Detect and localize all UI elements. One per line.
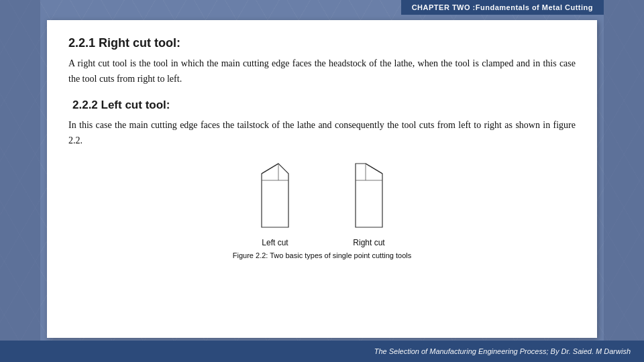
figure-area: Left cut Right cut: [68, 160, 576, 247]
section2-body: In this case the main cutting edge faces…: [68, 117, 576, 148]
section1-title: 2.2.1 Right cut tool:: [68, 36, 576, 50]
svg-marker-4: [356, 164, 382, 227]
left-cut-label: Left cut: [262, 238, 288, 247]
right-cut-tool-figure: Right cut: [342, 160, 396, 247]
footer-text: The Selection of Manufacturing Engineeri…: [374, 347, 631, 355]
left-cut-tool-figure: Left cut: [248, 160, 302, 247]
chapter-banner: CHAPTER TWO :Fundamentals of Metal Cutti…: [401, 0, 604, 15]
chapter-banner-text: CHAPTER TWO :Fundamentals of Metal Cutti…: [412, 3, 593, 11]
section2-title: 2.2.2 Left cut tool:: [68, 99, 576, 112]
right-decoration: [604, 0, 644, 362]
left-decoration: [0, 0, 40, 362]
footer-bar: The Selection of Manufacturing Engineeri…: [0, 341, 644, 362]
right-cut-tool-svg: [342, 160, 396, 234]
left-cut-tool-svg: [248, 160, 302, 234]
svg-marker-0: [262, 164, 288, 227]
content-card: 2.2.1 Right cut tool: A right cut tool i…: [47, 20, 597, 338]
section1-body: A right cut tool is the tool in which th…: [68, 56, 576, 86]
figure-caption: Figure 2.2: Two basic types of single po…: [68, 251, 576, 259]
right-cut-label: Right cut: [353, 238, 384, 247]
